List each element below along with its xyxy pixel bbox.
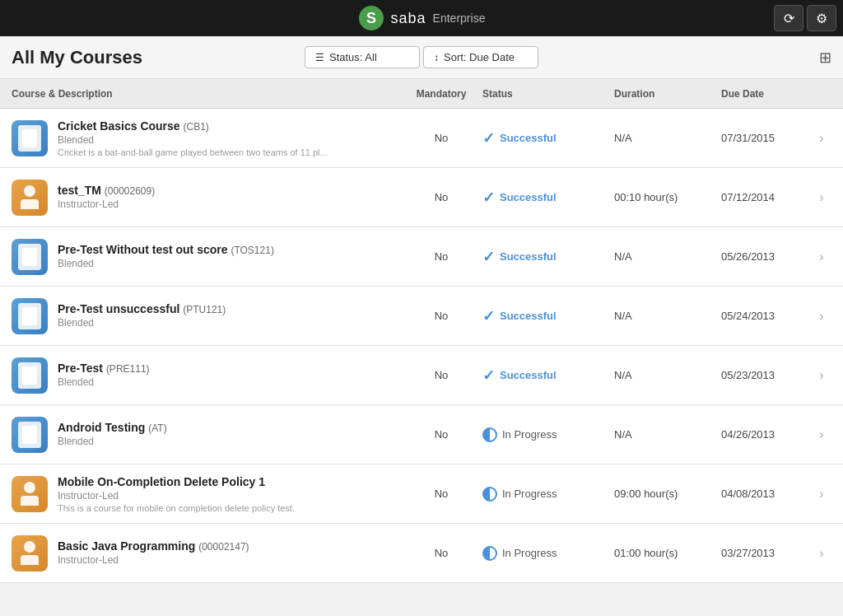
- cell-mandatory: No: [400, 250, 482, 263]
- column-headers: Course & Description Mandatory Status Du…: [0, 79, 843, 109]
- course-row[interactable]: test_TM (00002609)Instructor-LedNo ✓ Suc…: [0, 168, 843, 227]
- row-chevron-icon: ›: [812, 309, 831, 324]
- course-icon: [12, 239, 48, 275]
- course-icon: [12, 476, 48, 512]
- col-header-course: Course & Description: [12, 88, 400, 100]
- course-type: Blended: [58, 376, 400, 388]
- course-type: Instructor-Led: [58, 198, 400, 210]
- grid-view-button[interactable]: ⊞: [819, 49, 831, 67]
- course-type: Instructor-Led: [58, 490, 400, 502]
- course-icon: [12, 120, 48, 156]
- cell-due-date: 05/23/2013: [721, 369, 812, 381]
- sort-filter-button[interactable]: ↕ Sort: Due Date: [423, 46, 538, 68]
- cell-status: In Progress: [482, 546, 614, 561]
- course-description: Cricket is a bat-and-ball game played be…: [58, 147, 338, 157]
- col-header-duedate: Due Date: [721, 88, 812, 100]
- brand-logo: S saba Enterprise: [358, 5, 486, 31]
- cell-status: In Progress: [482, 427, 614, 442]
- status-label: In Progress: [502, 547, 557, 559]
- course-name: Mobile On-Completion Delete Policy 1: [58, 475, 400, 488]
- cell-due-date: 04/26/2013: [721, 428, 812, 441]
- cell-mandatory: No: [400, 369, 482, 381]
- status-checkmark-icon: ✓: [482, 307, 495, 325]
- course-row[interactable]: Mobile On-Completion Delete Policy 1 Ins…: [0, 464, 843, 524]
- status-label: Successful: [500, 310, 557, 322]
- cell-duration: 09:00 hour(s): [614, 488, 721, 500]
- cell-mandatory: No: [400, 310, 482, 322]
- course-info: Mobile On-Completion Delete Policy 1 Ins…: [58, 475, 400, 513]
- course-type: Blended: [58, 317, 400, 329]
- course-row[interactable]: Cricket Basics Course (CB1)BlendedCricke…: [0, 109, 843, 168]
- cell-mandatory: No: [400, 191, 482, 203]
- cell-mandatory: No: [400, 547, 482, 559]
- cell-duration: N/A: [614, 250, 721, 263]
- svg-text:S: S: [366, 10, 376, 26]
- course-info: test_TM (00002609)Instructor-Led: [58, 184, 400, 212]
- status-progress-icon: [482, 427, 497, 442]
- cell-mandatory: No: [400, 132, 482, 144]
- course-row[interactable]: Pre-Test Without test out score (TOS121)…: [0, 227, 843, 287]
- status-label: In Progress: [502, 428, 557, 441]
- cell-status: ✓ Successful: [482, 366, 614, 385]
- course-name: Basic Java Programming (00002147): [58, 539, 400, 553]
- row-chevron-icon: ›: [812, 131, 831, 146]
- course-description: This is a course for mobile on completio…: [58, 503, 338, 513]
- col-header-mandatory: Mandatory: [400, 88, 482, 100]
- status-checkmark-icon: ✓: [482, 248, 495, 266]
- course-type: Blended: [58, 134, 400, 146]
- status-progress-icon: [482, 487, 497, 502]
- course-row[interactable]: Pre-Test (PRE111)BlendedNo ✓ SuccessfulN…: [0, 346, 843, 405]
- row-chevron-icon: ›: [812, 250, 831, 264]
- saba-logo-icon: S: [358, 5, 384, 31]
- row-chevron-icon: ›: [812, 427, 831, 442]
- status-checkmark-icon: ✓: [482, 189, 495, 207]
- course-name: Cricket Basics Course (CB1): [58, 119, 400, 133]
- course-row[interactable]: Pre-Test unsuccessful (PTU121)BlendedNo …: [0, 287, 843, 346]
- status-progress-icon: [482, 546, 497, 561]
- sort-filter-label: Sort: Due Date: [444, 51, 515, 63]
- settings-button[interactable]: ⚙: [807, 5, 836, 31]
- page-header: All My Courses ☰ Status: All ↕ Sort: Due…: [0, 36, 843, 79]
- course-icon: [12, 357, 48, 394]
- course-row[interactable]: Android Testing (AT)BlendedNo In Progres…: [0, 405, 843, 464]
- row-chevron-icon: ›: [812, 190, 831, 205]
- status-label: Successful: [500, 191, 557, 203]
- cell-mandatory: No: [400, 488, 482, 500]
- cell-duration: N/A: [614, 428, 721, 441]
- cell-due-date: 07/12/2014: [721, 191, 812, 203]
- cell-mandatory: No: [400, 428, 482, 441]
- row-chevron-icon: ›: [812, 487, 831, 502]
- course-name: Pre-Test Without test out score (TOS121): [58, 243, 400, 256]
- status-filter-button[interactable]: ☰ Status: All: [305, 46, 420, 68]
- col-header-duration: Duration: [614, 88, 721, 100]
- filter-controls: ☰ Status: All ↕ Sort: Due Date: [305, 46, 538, 68]
- cell-duration: 01:00 hour(s): [614, 547, 721, 559]
- course-icon: [12, 417, 48, 453]
- grid-icon: ⊞: [819, 49, 831, 66]
- cell-status: ✓ Successful: [482, 248, 614, 266]
- status-label: Successful: [500, 250, 557, 263]
- refresh-button[interactable]: ⟳: [774, 5, 803, 31]
- row-chevron-icon: ›: [812, 546, 831, 561]
- top-bar-actions: ⟳ ⚙: [774, 5, 836, 31]
- status-checkmark-icon: ✓: [482, 129, 495, 147]
- cell-due-date: 07/31/2015: [721, 132, 812, 144]
- course-name: Android Testing (AT): [58, 421, 400, 434]
- top-navigation-bar: S saba Enterprise ⟳ ⚙: [0, 0, 843, 36]
- course-row[interactable]: Basic Java Programming (00002147)Instruc…: [0, 524, 843, 583]
- cell-duration: N/A: [614, 310, 721, 322]
- course-info: Cricket Basics Course (CB1)BlendedCricke…: [58, 119, 400, 157]
- brand-name: saba: [391, 10, 426, 27]
- course-info: Android Testing (AT)Blended: [58, 421, 400, 449]
- cell-due-date: 05/26/2013: [721, 250, 812, 263]
- col-header-status: Status: [482, 88, 614, 100]
- course-type: Blended: [58, 436, 400, 447]
- status-label: In Progress: [502, 488, 557, 500]
- course-icon: [12, 298, 48, 334]
- cell-duration: N/A: [614, 132, 721, 144]
- course-info: Pre-Test (PRE111)Blended: [58, 362, 400, 390]
- course-info: Pre-Test unsuccessful (PTU121)Blended: [58, 302, 400, 330]
- course-name: Pre-Test unsuccessful (PTU121): [58, 302, 400, 315]
- status-filter-label: Status: All: [329, 51, 377, 63]
- course-info: Pre-Test Without test out score (TOS121)…: [58, 243, 400, 271]
